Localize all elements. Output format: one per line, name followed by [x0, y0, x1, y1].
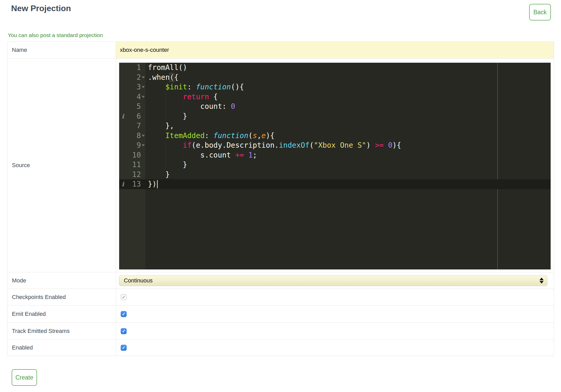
fold-arrow-icon[interactable] — [142, 135, 145, 137]
name-value: xbox-one-s-counter — [120, 47, 169, 53]
track-emitted-streams-checkbox[interactable] — [121, 328, 127, 334]
enabled-row: Enabled — [8, 340, 554, 356]
mode-select-value: Continuous — [124, 277, 153, 284]
gutter-line-number: 10 — [119, 150, 145, 160]
enabled-label: Enabled — [8, 340, 116, 356]
code-line: $init: function(){ — [145, 82, 551, 92]
gutter-line-number: 9 — [119, 140, 145, 150]
gutter-line-number: 2 — [119, 73, 145, 82]
emit-enabled-checkbox[interactable] — [121, 311, 127, 317]
fold-arrow-icon[interactable] — [142, 144, 145, 146]
code-line: .when({ — [145, 73, 551, 82]
new-projection-page: New Projection Back You can also post a … — [0, 0, 561, 392]
fold-arrow-icon[interactable] — [142, 96, 145, 98]
standard-projection-link[interactable]: You can also post a standard projection — [8, 32, 103, 38]
code-line: if(e.body.Description.indexOf("Xbox One … — [145, 140, 551, 150]
checkpoints-enabled-label: Checkpoints Enabled — [8, 289, 116, 305]
source-row: Source 123456i78910111213i fromAll().whe… — [8, 59, 554, 272]
code-line: } — [145, 160, 551, 170]
gutter-line-number: 1 — [119, 63, 145, 73]
gutter-line-number: 6i — [119, 111, 145, 121]
track-emitted-streams-row: Track Emitted Streams — [8, 323, 554, 340]
text-cursor — [157, 180, 158, 188]
name-input[interactable]: xbox-one-s-counter — [116, 42, 554, 58]
gutter-line-number: 12 — [119, 170, 145, 180]
editor-code: fromAll().when({ $init: function(){ retu… — [145, 63, 551, 189]
emit-enabled-label: Emit Enabled — [8, 305, 116, 323]
select-stepper-icon — [540, 277, 544, 283]
mode-row: Mode Continuous — [8, 272, 554, 289]
gutter-line-number: 7 — [119, 121, 145, 131]
info-annotation-icon: i — [122, 111, 124, 121]
gutter-line-number: 8 — [119, 131, 145, 141]
name-label: Name — [8, 42, 116, 58]
gutter-line-number: 4 — [119, 92, 145, 102]
gutter-line-number: 5 — [119, 102, 145, 111]
fold-arrow-icon[interactable] — [142, 76, 145, 79]
track-emitted-streams-label: Track Emitted Streams — [8, 323, 116, 339]
code-line: ItemAdded: function(s,e){ — [145, 131, 551, 141]
code-line: }) — [145, 179, 551, 189]
gutter-line-number: 11 — [119, 160, 145, 170]
code-line: s.count += 1; — [145, 150, 551, 160]
code-line: count: 0 — [145, 102, 551, 111]
page-title: New Projection — [11, 4, 71, 13]
back-button[interactable]: Back — [529, 4, 551, 20]
create-button[interactable]: Create — [12, 369, 37, 386]
emit-enabled-row: Emit Enabled — [8, 305, 554, 323]
code-line: } — [145, 111, 551, 121]
source-label: Source — [8, 59, 116, 272]
checkpoints-enabled-checkbox — [121, 294, 127, 300]
fold-arrow-icon[interactable] — [142, 86, 145, 88]
code-line: fromAll() — [145, 63, 551, 73]
gutter-line-number: 13i — [119, 179, 145, 189]
source-code-editor[interactable]: 123456i78910111213i fromAll().when({ $in… — [119, 63, 551, 269]
mode-label: Mode — [8, 272, 116, 289]
enabled-checkbox[interactable] — [121, 345, 127, 351]
gutter-line-number: 3 — [119, 82, 145, 92]
code-line: }, — [145, 121, 551, 131]
info-annotation-icon: i — [122, 179, 124, 189]
projection-form: Name xbox-one-s-counter Source 123456i78… — [7, 41, 554, 356]
mode-select[interactable]: Continuous — [119, 275, 547, 286]
code-line: } — [145, 170, 551, 180]
checkpoints-enabled-row: Checkpoints Enabled — [8, 289, 554, 305]
name-row: Name xbox-one-s-counter — [8, 42, 554, 59]
code-line: return { — [145, 92, 551, 102]
